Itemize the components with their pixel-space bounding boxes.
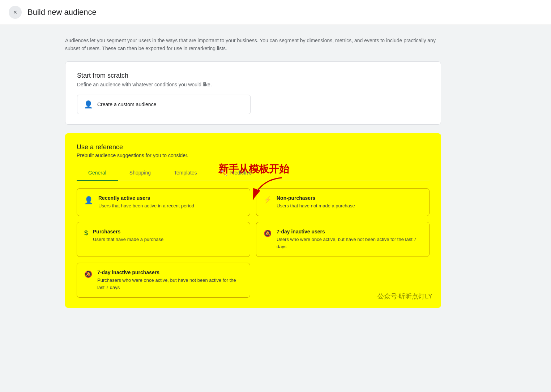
card-purchasers[interactable]: $ Purchasers Users that have made a purc… xyxy=(77,222,250,257)
card-purchasers-title: Purchasers xyxy=(93,229,163,234)
reference-section: 新手从模板开始 Use a reference Prebuilt audienc… xyxy=(65,133,441,308)
card-7day-inactive-purchasers-desc: Purchasers who were once active, but hav… xyxy=(97,277,243,291)
tab-templates[interactable]: Templates xyxy=(162,166,209,181)
card-7day-inactive-purchasers[interactable]: 🔕 7-day inactive purchasers Purchasers w… xyxy=(77,263,250,298)
reference-tabs: General Shopping Templates ✏️ Predictive xyxy=(77,165,430,181)
scratch-section: Start from scratch Define an audience wi… xyxy=(65,61,441,125)
card-recently-active-desc: Users that have been active in a recent … xyxy=(98,202,194,210)
custom-audience-label: Create a custom audience xyxy=(97,102,156,107)
bell-off-purchaser-icon: 🔕 xyxy=(84,270,92,278)
card-7day-inactive-purchasers-title: 7-day inactive purchasers xyxy=(97,270,243,275)
predictive-icon: ✏️ xyxy=(220,169,227,176)
page-title: Build new audience xyxy=(27,8,97,17)
watermark: 公众号·昕昕点灯LY xyxy=(377,292,432,301)
user-icon: 👤 xyxy=(84,196,93,204)
person-icon: 👤 xyxy=(84,100,93,109)
card-purchasers-desc: Users that have made a purchase xyxy=(93,236,163,243)
page-header: × Build new audience xyxy=(0,0,551,25)
scratch-title: Start from scratch xyxy=(77,72,429,79)
card-7day-inactive-desc: Users who were once active, but have not… xyxy=(277,236,422,250)
bell-off-icon: 🔕 xyxy=(264,229,272,237)
dollar-icon: $ xyxy=(84,229,88,237)
tab-general[interactable]: General xyxy=(77,166,118,181)
reference-title: Use a reference xyxy=(77,143,430,151)
create-custom-audience-button[interactable]: 👤 Create a custom audience xyxy=(77,95,251,114)
page-description: Audiences let you segment your users in … xyxy=(65,36,441,53)
scratch-subtitle: Define an audience with whatever conditi… xyxy=(77,82,429,87)
card-7day-inactive-title: 7-day inactive users xyxy=(277,229,422,234)
reference-subtitle: Prebuilt audience suggestions for you to… xyxy=(77,152,430,158)
main-content: Audiences let you segment your users in … xyxy=(0,25,506,319)
close-button[interactable]: × xyxy=(9,6,22,19)
card-recently-active-title: Recently active users xyxy=(98,195,194,201)
tab-predictive[interactable]: ✏️ Predictive xyxy=(209,166,263,181)
card-7day-inactive[interactable]: 🔕 7-day inactive users Users who were on… xyxy=(256,222,430,257)
tab-shopping[interactable]: Shopping xyxy=(118,166,162,181)
